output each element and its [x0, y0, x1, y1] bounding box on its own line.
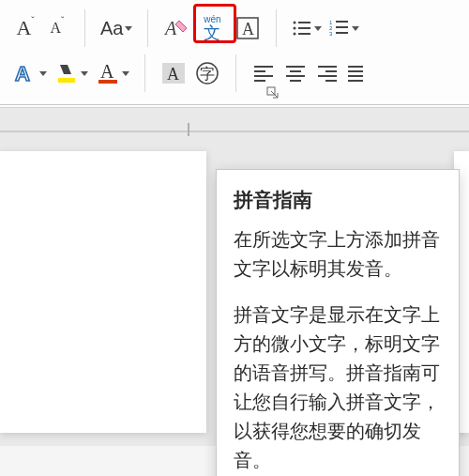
change-case-button[interactable]: Aa	[97, 12, 136, 44]
chevron-down-icon	[125, 26, 132, 31]
shrink-font-button[interactable]: A ˇ	[41, 12, 73, 44]
bullet-list-icon	[292, 19, 312, 38]
phonetic-guide-char: 文	[204, 24, 220, 41]
svg-text:A: A	[167, 65, 179, 84]
svg-rect-31	[318, 66, 337, 68]
svg-rect-30	[290, 80, 301, 82]
text-transform-group: Aa	[91, 6, 142, 51]
list-group: 1 2 3	[282, 6, 369, 51]
separator	[276, 9, 277, 47]
separator	[84, 9, 85, 47]
enclose-char-icon: 字	[194, 60, 220, 86]
separator	[235, 54, 236, 92]
caret-up-icon: ˇ	[31, 16, 34, 26]
text-effects-icon: A	[13, 61, 38, 85]
font-size-group: A ˇ A ˇ	[4, 6, 79, 51]
bullet-list-button[interactable]	[288, 12, 325, 44]
shrink-font-icon: A	[51, 20, 62, 37]
chevron-down-icon	[352, 26, 359, 31]
character-border-button[interactable]: A	[231, 12, 265, 44]
tooltip-paragraph-2: 拼音文字是显示在文字上方的微小文字，标明文字的语音拼写。拼音指南可让您自行输入拼…	[234, 300, 442, 475]
svg-rect-32	[325, 70, 337, 72]
ribbon-row-1: A ˇ A ˇ Aa A wén	[0, 6, 469, 51]
phonetic-guide-button[interactable]: wén 文	[193, 10, 231, 46]
svg-rect-26	[254, 80, 265, 82]
numbered-list-button[interactable]: 1 2 3	[325, 12, 363, 44]
separator	[147, 9, 148, 47]
svg-point-3	[294, 22, 296, 24]
ruler[interactable]	[0, 131, 469, 132]
highlight-icon	[54, 61, 79, 85]
page[interactable]	[0, 151, 206, 433]
tooltip-phonetic-guide: 拼音指南 在所选文字上方添加拼音文字以标明其发音。 拼音文字是显示在文字上方的微…	[216, 169, 460, 476]
svg-point-5	[294, 27, 296, 30]
svg-rect-36	[348, 70, 363, 72]
grow-font-button[interactable]: A ˇ	[9, 12, 41, 44]
svg-rect-16	[58, 78, 75, 83]
separator	[144, 54, 145, 92]
character-shading-button[interactable]: A	[157, 57, 190, 89]
svg-rect-10	[336, 21, 348, 23]
tooltip-paragraph-1: 在所选文字上方添加拼音文字以标明其发音。	[234, 225, 442, 284]
alignment-group	[242, 51, 373, 96]
svg-rect-33	[318, 75, 337, 77]
chevron-down-icon	[39, 71, 47, 76]
align-right-button[interactable]	[311, 57, 343, 89]
font-style-group: A A	[4, 51, 139, 96]
align-justify-icon	[347, 64, 364, 83]
svg-rect-29	[286, 75, 305, 77]
svg-text:A: A	[100, 61, 114, 82]
svg-text:3: 3	[329, 31, 333, 37]
asian-layout-group: A wén 文 A	[154, 6, 270, 51]
highlight-button[interactable]	[51, 57, 92, 89]
svg-rect-23	[254, 66, 273, 68]
align-center-icon	[285, 64, 306, 83]
chevron-down-icon	[314, 26, 322, 31]
font-color-button[interactable]: A	[92, 57, 133, 89]
clear-format-icon: A	[163, 16, 189, 40]
change-case-icon: Aa	[100, 18, 123, 39]
svg-text:A: A	[15, 62, 30, 85]
ruler-tick	[188, 123, 189, 136]
svg-text:A: A	[163, 18, 177, 38]
enclose-characters-button[interactable]: 字	[190, 57, 224, 89]
font-color-icon: A	[96, 61, 120, 85]
align-center-button[interactable]	[280, 57, 311, 89]
chevron-down-icon	[122, 71, 129, 76]
char-shading-icon: A	[160, 61, 187, 85]
char-bg-group: A 字	[151, 51, 230, 96]
svg-text:A: A	[242, 20, 254, 38]
text-effects-button[interactable]: A	[9, 57, 51, 89]
ribbon: A ˇ A ˇ Aa A wén	[0, 0, 469, 108]
svg-rect-37	[348, 75, 363, 77]
svg-rect-38	[348, 80, 363, 82]
svg-rect-25	[254, 75, 273, 77]
dialog-launcher-icon	[266, 86, 280, 100]
svg-point-7	[294, 33, 296, 36]
font-dialog-launcher[interactable]	[265, 84, 281, 101]
tooltip-title: 拼音指南	[234, 185, 442, 216]
svg-rect-6	[298, 27, 310, 29]
ribbon-footer	[0, 96, 469, 105]
char-border-icon: A	[234, 15, 261, 41]
ribbon-row-2: A A	[0, 51, 469, 96]
svg-rect-12	[336, 26, 348, 28]
svg-text:字: 字	[200, 66, 215, 82]
numbered-list-icon: 1 2 3	[329, 19, 350, 38]
svg-rect-28	[290, 70, 301, 72]
svg-rect-14	[336, 32, 348, 34]
svg-rect-8	[298, 33, 310, 35]
svg-rect-27	[286, 66, 305, 68]
align-right-icon	[317, 64, 338, 83]
svg-rect-34	[325, 80, 337, 82]
clear-formatting-button[interactable]: A	[159, 12, 193, 44]
svg-rect-24	[254, 70, 265, 72]
chevron-down-icon	[81, 71, 88, 76]
caret-down-icon: ˇ	[61, 16, 64, 26]
svg-rect-18	[98, 80, 117, 84]
align-justify-button[interactable]	[343, 57, 368, 89]
svg-rect-4	[298, 22, 310, 23]
grow-font-icon: A	[16, 16, 31, 40]
svg-rect-35	[348, 66, 363, 68]
align-left-icon	[253, 64, 274, 83]
